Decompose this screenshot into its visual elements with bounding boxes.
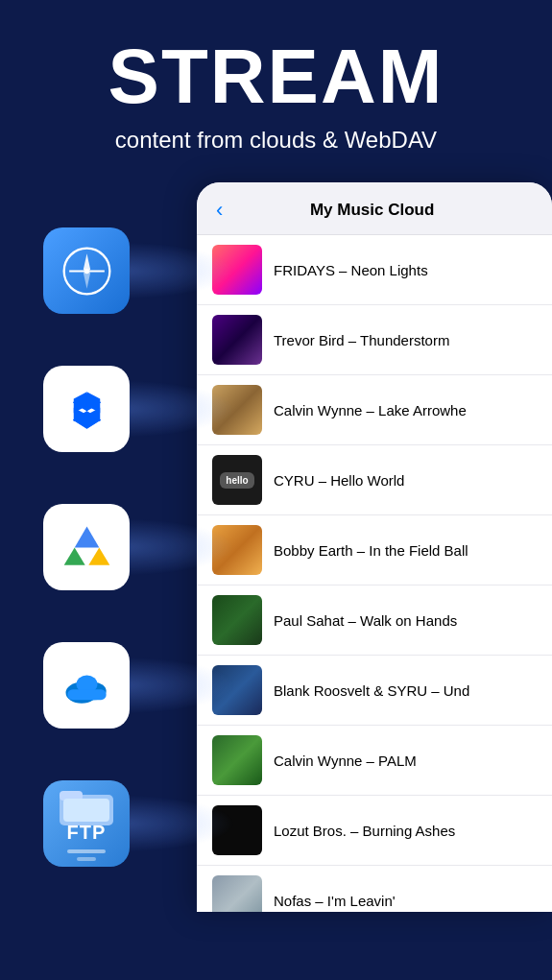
panel-header: ‹ My Music Cloud: [197, 182, 552, 235]
safari-icon-wrapper: [43, 227, 130, 314]
list-item[interactable]: hello CYRU – Hello World: [197, 445, 552, 515]
ftp-label: FTP: [67, 822, 107, 844]
track-title: Lozut Bros. – Burning Ashes: [274, 823, 537, 839]
list-item[interactable]: Lozut Bros. – Burning Ashes: [197, 796, 552, 866]
album-art: [212, 735, 262, 785]
list-item[interactable]: Nofas – I'm Leavin': [197, 866, 552, 912]
track-title: Calvin Wynne – PALM: [274, 753, 537, 769]
track-title: Nofas – I'm Leavin': [274, 893, 537, 909]
music-info: Paul Sahat – Walk on Hands: [274, 612, 537, 629]
list-item[interactable]: Blank Roosvelt & SYRU – Und: [197, 656, 552, 726]
music-info: Calvin Wynne – PALM: [274, 753, 537, 769]
list-item[interactable]: Calvin Wynne – Lake Arrowhe: [197, 375, 552, 445]
main-area: FTP ‹ My Music Cloud FRIDAYS – Neon Ligh…: [0, 182, 552, 912]
album-art: hello: [212, 455, 262, 505]
list-item[interactable]: Calvin Wynne – PALM: [197, 726, 552, 796]
track-title: Paul Sahat – Walk on Hands: [274, 612, 537, 629]
list-item[interactable]: Paul Sahat – Walk on Hands: [197, 586, 552, 656]
page-subtitle: content from clouds & WebDAV: [19, 127, 533, 154]
safari-icon[interactable]: [43, 227, 130, 314]
track-title: Blank Roosvelt & SYRU – Und: [274, 682, 537, 699]
page-title: STREAM: [19, 38, 533, 115]
list-item[interactable]: Bobby Earth – In the Field Ball: [197, 515, 552, 586]
onedrive-icon[interactable]: [43, 642, 130, 729]
list-item[interactable]: FRIDAYS – Neon Lights: [197, 235, 552, 305]
header: STREAM content from clouds & WebDAV: [0, 0, 552, 173]
panel-title: My Music Cloud: [230, 201, 514, 220]
dropbox-icon[interactable]: [43, 366, 130, 452]
dropbox-icon-wrapper: [43, 366, 130, 452]
music-info: Lozut Bros. – Burning Ashes: [274, 823, 537, 839]
gdrive-icon[interactable]: [43, 504, 130, 590]
gdrive-icon-wrapper: [43, 504, 130, 590]
list-item[interactable]: Trevor Bird – Thunderstorm: [197, 305, 552, 375]
track-title: Trevor Bird – Thunderstorm: [274, 332, 537, 348]
ftp-icon[interactable]: FTP: [43, 780, 130, 867]
track-title: Bobby Earth – In the Field Ball: [274, 542, 537, 559]
music-panel: ‹ My Music Cloud FRIDAYS – Neon Lights T…: [197, 182, 552, 912]
music-info: Blank Roosvelt & SYRU – Und: [274, 682, 537, 699]
back-button[interactable]: ‹: [216, 198, 223, 223]
ftp-icon-wrapper: FTP: [43, 780, 130, 867]
music-info: Calvin Wynne – Lake Arrowhe: [274, 402, 537, 418]
track-title: Calvin Wynne – Lake Arrowhe: [274, 402, 537, 418]
music-info: CYRU – Hello World: [274, 472, 537, 489]
album-art: [212, 315, 262, 365]
icons-column: FTP: [0, 182, 173, 912]
svg-rect-22: [63, 799, 109, 822]
track-title: FRIDAYS – Neon Lights: [274, 262, 537, 278]
music-info: Bobby Earth – In the Field Ball: [274, 542, 537, 559]
music-info: Trevor Bird – Thunderstorm: [274, 332, 537, 348]
track-title: CYRU – Hello World: [274, 472, 537, 489]
svg-rect-19: [67, 689, 106, 700]
svg-point-4: [84, 268, 89, 274]
onedrive-icon-wrapper: [43, 642, 130, 729]
album-art: [212, 595, 262, 645]
music-list: FRIDAYS – Neon Lights Trevor Bird – Thun…: [197, 235, 552, 912]
album-art: [212, 875, 262, 912]
music-info: Nofas – I'm Leavin': [274, 893, 537, 909]
music-info: FRIDAYS – Neon Lights: [274, 262, 537, 278]
